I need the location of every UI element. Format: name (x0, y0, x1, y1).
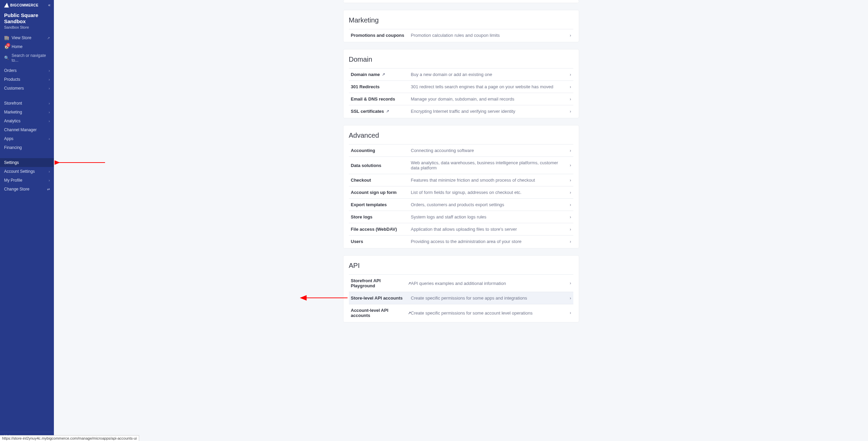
swap-icon: ⇄ (47, 187, 50, 191)
home-link[interactable]: 🏠 Home 5 (0, 42, 54, 51)
settings-row-domain-name[interactable]: Domain name↗Buy a new domain or add an e… (349, 68, 573, 80)
sidebar-item-channel-manager[interactable]: Channel Manager (0, 125, 54, 134)
chevron-right-icon: › (49, 102, 50, 105)
sidebar-item-label: Storefront (4, 101, 22, 106)
row-description: Features that minimize friction and smoo… (411, 178, 566, 183)
row-description: Connecting accounting software (411, 148, 566, 153)
external-link-icon: ↗ (47, 36, 50, 40)
row-description: Application that allows uploading files … (411, 227, 566, 232)
collapse-sidebar-icon[interactable]: « (48, 3, 50, 7)
chevron-right-icon: › (49, 110, 50, 114)
settings-row-email-dns-records[interactable]: Email & DNS recordsManage your domain, s… (349, 93, 573, 105)
row-label: Accounting (351, 148, 376, 153)
brand-text: BIGCOMMERCE (10, 3, 39, 7)
settings-row-store-logs[interactable]: Store logsSystem logs and staff action l… (349, 211, 573, 223)
settings-row-export-templates[interactable]: Export templatesOrders, customers and pr… (349, 198, 573, 211)
settings-row-storefront-api-playground[interactable]: Storefront API Playground↗API queries ex… (349, 274, 573, 292)
row-label: 301 Redirects (351, 84, 380, 89)
sidebar-item-storefront[interactable]: Storefront› (0, 99, 54, 108)
settings-row-store-level-api-accounts[interactable]: Store-level API accountsCreate specific … (349, 292, 573, 304)
row-label: Users (351, 239, 363, 244)
chevron-right-icon: › (49, 179, 50, 182)
chevron-right-icon: › (49, 87, 50, 90)
row-label: Storefront API Playground (351, 278, 406, 288)
row-label: Data solutions (351, 163, 382, 168)
sidebar-item-products[interactable]: Products› (0, 75, 54, 84)
chevron-right-icon: › (566, 163, 571, 168)
sidebar-item-analytics[interactable]: Analytics› (0, 117, 54, 125)
settings-row-file-access-webdav-[interactable]: File access (WebDAV)Application that all… (349, 223, 573, 235)
sidebar-item-apps[interactable]: Apps› (0, 134, 54, 143)
sidebar-spacer (0, 195, 54, 432)
app-root: BIGCOMMERCE « Public Square Sandbox Sand… (0, 0, 868, 441)
chevron-right-icon: › (49, 119, 50, 123)
chevron-right-icon: › (566, 109, 571, 114)
row-label: Checkout (351, 178, 371, 183)
chevron-right-icon: › (566, 190, 571, 195)
sidebar-item-my-profile[interactable]: My Profile› (0, 176, 54, 185)
search-nav[interactable]: 🔍 Search or navigate to... (0, 51, 54, 65)
view-store-label: View Store (12, 35, 31, 40)
sidebar-item-label: Financing (4, 145, 22, 150)
row-label: File access (WebDAV) (351, 227, 397, 232)
nav-group-1: Orders›Products›Customers› (0, 65, 54, 94)
sidebar-item-label: Analytics (4, 119, 20, 123)
chevron-right-icon: › (566, 296, 571, 301)
row-description: Create specific permissions for some app… (411, 295, 566, 301)
row-description: Promotion calculation rules and coupon l… (411, 33, 566, 38)
sidebar-item-label: Settings (4, 160, 19, 165)
sidebar-item-account-settings[interactable]: Account Settings› (0, 167, 54, 176)
row-description: API queries examples and additional info… (411, 281, 566, 286)
row-description: System logs and staff action logs rules (411, 214, 566, 219)
chevron-right-icon: › (566, 148, 571, 153)
brand-logo[interactable]: BIGCOMMERCE (4, 3, 39, 7)
sidebar-item-orders[interactable]: Orders› (0, 66, 54, 75)
external-link-icon: ↗ (386, 109, 389, 113)
sidebar-header: BIGCOMMERCE « (0, 0, 54, 10)
settings-card-advanced: AdvancedAccountingConnecting accounting … (343, 125, 579, 248)
sidebar-item-label: Apps (4, 136, 13, 141)
settings-row-data-solutions[interactable]: Data solutionsWeb analytics, data wareho… (349, 156, 573, 174)
chevron-right-icon: › (566, 227, 571, 232)
main-scroll[interactable]: MarketingPromotions and couponsPromotion… (54, 0, 868, 441)
view-store-link[interactable]: 🏬 View Store ↗ (0, 33, 54, 42)
settings-row-account-level-api-accounts[interactable]: Account-level API accounts↗Create specif… (349, 304, 573, 321)
chevron-right-icon: › (566, 97, 571, 102)
chevron-right-icon: › (49, 78, 50, 81)
home-badge: 5 (6, 43, 10, 47)
sidebar-item-customers[interactable]: Customers› (0, 84, 54, 93)
sidebar-item-change-store[interactable]: Change Store⇄ (0, 185, 54, 194)
sidebar-item-settings[interactable]: Settings (0, 158, 54, 167)
settings-row-promotions-and-coupons[interactable]: Promotions and couponsPromotion calculat… (349, 29, 573, 41)
settings-row-account-sign-up-form[interactable]: Account sign up formList of form fields … (349, 186, 573, 198)
row-description: Providing access to the administration a… (411, 239, 566, 244)
row-label: Promotions and coupons (351, 33, 404, 38)
row-description: Encrypting Internet traffic and verifyin… (411, 109, 566, 114)
sidebar-item-label: Account Settings (4, 169, 35, 174)
settings-row-ssl-certificates[interactable]: SSL certificates↗Encrypting Internet tra… (349, 105, 573, 117)
sidebar-item-marketing[interactable]: Marketing› (0, 108, 54, 117)
chevron-right-icon: › (566, 85, 571, 89)
chevron-right-icon: › (566, 281, 571, 286)
card-title: Advanced (349, 132, 573, 139)
settings-row-users[interactable]: UsersProviding access to the administrat… (349, 235, 573, 247)
chevron-right-icon: › (566, 215, 571, 219)
settings-row-301-redirects[interactable]: 301 Redirects301 redirect tells search e… (349, 80, 573, 93)
sidebar-item-financing[interactable]: Financing (0, 143, 54, 152)
sidebar-item-label: Change Store (4, 187, 29, 192)
settings-row-checkout[interactable]: CheckoutFeatures that minimize friction … (349, 174, 573, 186)
brand-mark-icon (4, 3, 9, 7)
chevron-right-icon: › (566, 72, 571, 77)
row-description: Buy a new domain or add an existing one (411, 72, 566, 77)
chevron-right-icon: › (566, 178, 571, 183)
external-link-icon: ↗ (382, 72, 385, 77)
card-title: Marketing (349, 16, 573, 24)
chevron-right-icon: › (566, 239, 571, 244)
sidebar-item-label: My Profile (4, 178, 22, 183)
sidebar-item-label: Channel Manager (4, 127, 36, 132)
row-label: Email & DNS records (351, 96, 395, 102)
row-label: Account sign up form (351, 190, 397, 195)
settings-card-api: APIStorefront API Playground↗API queries… (343, 256, 579, 322)
sidebar-item-label: Orders (4, 68, 17, 73)
settings-row-accounting[interactable]: AccountingConnecting accounting software… (349, 144, 573, 156)
